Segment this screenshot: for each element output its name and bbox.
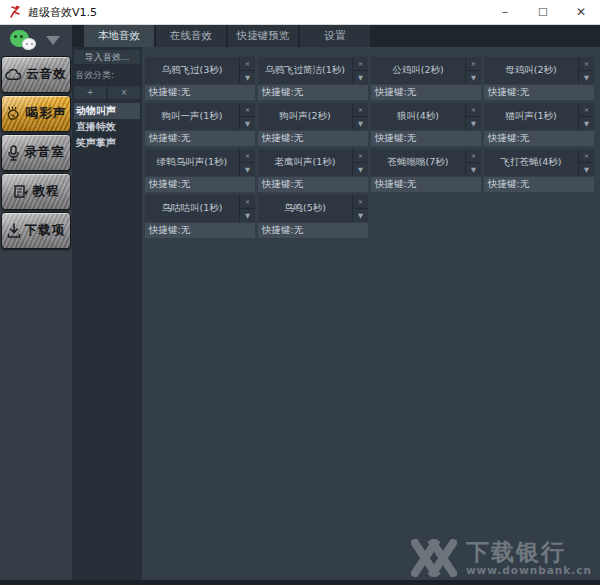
sound-options-button[interactable]: ▼ <box>353 71 368 84</box>
sound-tile: 老鹰叫声(1秒) × ▼ 快捷键:无 <box>258 149 368 192</box>
tab-hotkey-preview[interactable]: 快捷键预览 <box>228 25 298 47</box>
sound-tile: 乌鸦飞过简洁(1秒) × ▼ 快捷键:无 <box>258 57 368 100</box>
remove-sound-button[interactable]: × <box>466 57 481 70</box>
sound-play-button[interactable]: 苍蝇嗡嗡(7秒) <box>371 149 465 176</box>
remove-sound-button[interactable]: × <box>579 149 594 162</box>
wechat-icon[interactable] <box>10 30 38 52</box>
sound-options-button[interactable]: ▼ <box>579 117 594 130</box>
titlebar: 超级音效V1.5 – ☐ ✕ <box>0 0 600 25</box>
remove-category-button[interactable]: × <box>108 86 140 99</box>
window-controls: – ☐ ✕ <box>486 0 600 24</box>
applause-icon <box>6 106 22 121</box>
sound-options-button[interactable]: ▼ <box>579 71 594 84</box>
wechat-bubble-small <box>22 38 36 50</box>
sidebar-item-recording-studio[interactable]: 录音室 <box>1 134 71 171</box>
sound-tile: 狼叫(4秒) × ▼ 快捷键:无 <box>371 103 481 146</box>
sound-tile: 公鸡叫(2秒) × ▼ 快捷键:无 <box>371 57 481 100</box>
hotkey-label: 快捷键:无 <box>371 85 481 100</box>
wechat-row <box>0 25 72 56</box>
hotkey-label: 快捷键:无 <box>145 177 255 192</box>
sound-options-button[interactable]: ▼ <box>466 117 481 130</box>
sound-play-button[interactable]: 乌鸦飞过(3秒) <box>145 57 239 84</box>
body-row: 导入音效... 音效分类: + × 动物叫声 直播特效 笑声掌声 乌鸦飞过(3秒… <box>72 47 600 580</box>
sidebar-item-label: 喝彩声 <box>26 105 67 122</box>
remove-sound-button[interactable]: × <box>353 149 368 162</box>
import-sound-button[interactable]: 导入音效... <box>74 50 140 64</box>
sound-options-button[interactable]: ▼ <box>240 163 255 176</box>
sound-tile: 狗叫声(2秒) × ▼ 快捷键:无 <box>258 103 368 146</box>
hotkey-label: 快捷键:无 <box>258 223 368 238</box>
sound-tile: 绿鹎鸟叫声(1秒) × ▼ 快捷键:无 <box>145 149 255 192</box>
sound-play-button[interactable]: 公鸡叫(2秒) <box>371 57 465 84</box>
sidebar-item-label: 下载项 <box>25 222 66 239</box>
sound-options-button[interactable]: ▼ <box>353 163 368 176</box>
sound-play-button[interactable]: 猫叫声(1秒) <box>484 103 578 130</box>
sound-tile: 狗叫一声(1秒) × ▼ 快捷键:无 <box>145 103 255 146</box>
minimize-button[interactable]: – <box>486 0 524 24</box>
sound-options-button[interactable]: ▼ <box>466 163 481 176</box>
hotkey-label: 快捷键:无 <box>484 177 594 192</box>
hotkey-label: 快捷键:无 <box>258 131 368 146</box>
sidebar-item-tutorial[interactable]: 教程 <box>1 173 71 210</box>
content: 云音效 喝彩声 录音室 <box>0 25 600 580</box>
sound-play-button[interactable]: 老鹰叫声(1秒) <box>258 149 352 176</box>
close-button[interactable]: ✕ <box>562 0 600 24</box>
sidebar-item-cloud-sounds[interactable]: 云音效 <box>1 56 71 93</box>
remove-sound-button[interactable]: × <box>579 57 594 70</box>
sound-play-button[interactable]: 狗叫一声(1秒) <box>145 103 239 130</box>
sound-options-button[interactable]: ▼ <box>240 71 255 84</box>
category-item-animal-sounds[interactable]: 动物叫声 <box>74 103 140 119</box>
add-category-button[interactable]: + <box>74 86 106 99</box>
hotkey-label: 快捷键:无 <box>258 85 368 100</box>
remove-sound-button[interactable]: × <box>353 57 368 70</box>
remove-sound-button[interactable]: × <box>353 195 368 208</box>
sound-options-button[interactable]: ▼ <box>466 71 481 84</box>
sound-options-button[interactable]: ▼ <box>353 117 368 130</box>
category-item-laughter-applause[interactable]: 笑声掌声 <box>74 135 140 151</box>
sound-play-button[interactable]: 狼叫(4秒) <box>371 103 465 130</box>
tab-online-sounds[interactable]: 在线音效 <box>156 25 226 47</box>
watermark: 下载银行 www.downbank.cn <box>411 539 592 577</box>
hotkey-label: 快捷键:无 <box>145 131 255 146</box>
sound-tile: 苍蝇嗡嗡(7秒) × ▼ 快捷键:无 <box>371 149 481 192</box>
sound-play-button[interactable]: 母鸡叫(2秒) <box>484 57 578 84</box>
remove-sound-button[interactable]: × <box>240 149 255 162</box>
remove-sound-button[interactable]: × <box>353 103 368 116</box>
sound-play-button[interactable]: 鸟咕咕叫(1秒) <box>145 195 239 222</box>
sound-play-button[interactable]: 绿鹎鸟叫声(1秒) <box>145 149 239 176</box>
maximize-button[interactable]: ☐ <box>524 0 562 24</box>
category-panel: 导入音效... 音效分类: + × 动物叫声 直播特效 笑声掌声 <box>72 47 142 580</box>
sidebar: 云音效 喝彩声 录音室 <box>0 25 72 580</box>
remove-sound-button[interactable]: × <box>240 57 255 70</box>
sound-play-button[interactable]: 狗叫声(2秒) <box>258 103 352 130</box>
remove-sound-button[interactable]: × <box>466 149 481 162</box>
sidebar-item-label: 录音室 <box>24 144 65 161</box>
app-window: 超级音效V1.5 – ☐ ✕ 云音效 <box>0 0 600 585</box>
sidebar-item-downloads[interactable]: 下载项 <box>1 212 71 249</box>
sound-options-button[interactable]: ▼ <box>240 117 255 130</box>
sound-grid: 乌鸦飞过(3秒) × ▼ 快捷键:无 乌鸦飞过简洁(1秒) × ▼ 快捷键:无 <box>145 57 600 238</box>
tab-settings[interactable]: 设置 <box>300 25 370 47</box>
downbank-logo-icon <box>411 539 457 577</box>
sound-play-button[interactable]: 飞打苍蝇(4秒) <box>484 149 578 176</box>
window-bottom-border <box>0 580 600 585</box>
sound-tile: 飞打苍蝇(4秒) × ▼ 快捷键:无 <box>484 149 594 192</box>
remove-sound-button[interactable]: × <box>240 195 255 208</box>
sound-tile: 母鸡叫(2秒) × ▼ 快捷键:无 <box>484 57 594 100</box>
wechat-dropdown-icon[interactable] <box>46 36 60 45</box>
tab-local-sounds[interactable]: 本地音效 <box>84 25 154 47</box>
cloud-icon <box>5 68 22 82</box>
remove-sound-button[interactable]: × <box>466 103 481 116</box>
sidebar-item-applause[interactable]: 喝彩声 <box>1 95 71 132</box>
sound-play-button[interactable]: 乌鸦飞过简洁(1秒) <box>258 57 352 84</box>
remove-sound-button[interactable]: × <box>579 103 594 116</box>
sound-options-button[interactable]: ▼ <box>353 209 368 222</box>
sound-play-button[interactable]: 鸟鸣(5秒) <box>258 195 352 222</box>
remove-sound-button[interactable]: × <box>240 103 255 116</box>
hotkey-label: 快捷键:无 <box>484 85 594 100</box>
category-item-live-effects[interactable]: 直播特效 <box>74 119 140 135</box>
watermark-url: www.downbank.cn <box>466 565 592 576</box>
watermark-text: 下载银行 www.downbank.cn <box>466 540 592 575</box>
sound-options-button[interactable]: ▼ <box>240 209 255 222</box>
sound-options-button[interactable]: ▼ <box>579 163 594 176</box>
